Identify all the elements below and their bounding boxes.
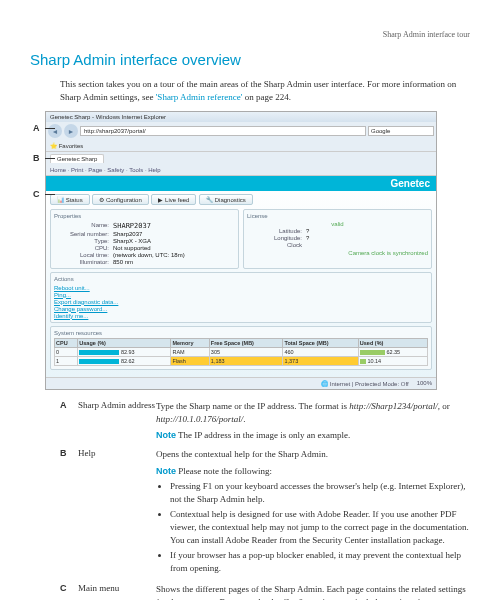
menu-status[interactable]: 📊 Status bbox=[50, 194, 90, 205]
resources-header: System resources bbox=[54, 330, 428, 336]
address-input[interactable]: http://sharp2037/portal/ bbox=[80, 126, 366, 136]
legend-b-letter: B bbox=[60, 448, 78, 577]
callout-c: C bbox=[33, 189, 40, 199]
license-header: License bbox=[247, 213, 428, 219]
legend-b-term: Help bbox=[78, 448, 156, 577]
page-title: Sharp Admin interface overview bbox=[30, 51, 470, 68]
intro-link[interactable]: 'Sharp Admin reference' bbox=[156, 92, 243, 102]
callout-b: B bbox=[33, 153, 40, 163]
back-icon[interactable]: ◄ bbox=[48, 124, 62, 138]
callout-a: A bbox=[33, 123, 40, 133]
browser-window: Genetec Sharp - Windows Internet Explore… bbox=[45, 111, 437, 390]
legend-a-desc: Type the Sharp name or the IP address. T… bbox=[156, 400, 470, 442]
favorites-bar: ⭐ Favorites bbox=[46, 140, 436, 152]
resources-panel: System resources CPUUsage (%)MemoryFree … bbox=[50, 326, 432, 370]
search-input[interactable]: Google bbox=[368, 126, 434, 136]
legend-a-term: Sharp Admin address bbox=[78, 400, 156, 442]
menu-live[interactable]: ▶ Live feed bbox=[151, 194, 196, 205]
tour-label: Sharp Admin interface tour bbox=[60, 30, 470, 39]
action-ping[interactable]: Ping... bbox=[54, 291, 428, 298]
legend: A Sharp Admin address Type the Sharp nam… bbox=[60, 400, 470, 600]
genetec-logo: Genetec bbox=[46, 176, 436, 191]
actions-header: Actions bbox=[54, 276, 428, 282]
zoom-level[interactable]: 100% bbox=[417, 380, 432, 387]
action-identify[interactable]: Identify me... bbox=[54, 312, 428, 319]
app-content: Genetec 📊 Status ⚙ Configuration ▶ Live … bbox=[46, 176, 436, 377]
action-password[interactable]: Change password... bbox=[54, 305, 428, 312]
legend-c-desc: Shows the different pages of the Sharp A… bbox=[156, 583, 470, 600]
resources-table: CPUUsage (%)MemoryFree Space (MB)Total S… bbox=[54, 338, 428, 366]
browser-statusbar: 🌐 Internet | Protected Mode: Off 100% bbox=[46, 377, 436, 389]
window-title: Genetec Sharp - Windows Internet Explore… bbox=[46, 112, 436, 122]
intro-text: This section takes you on a tour of the … bbox=[60, 78, 470, 103]
legend-c-term: Main menu bbox=[78, 583, 156, 600]
menu-config[interactable]: ⚙ Configuration bbox=[92, 194, 148, 205]
clock-sync: Camera clock is synchronized bbox=[247, 248, 428, 256]
address-bar: ◄ ► http://sharp2037/portal/ Google bbox=[46, 122, 436, 140]
forward-icon[interactable]: ► bbox=[64, 124, 78, 138]
legend-c-letter: C bbox=[60, 583, 78, 600]
license-panel: License valid Latitude:? Longitude:? Clo… bbox=[243, 209, 432, 269]
browser-toolbar: Home · Print · Page · Safety · Tools · H… bbox=[46, 165, 436, 176]
main-menu: 📊 Status ⚙ Configuration ▶ Live feed 🔧 D… bbox=[50, 194, 432, 205]
legend-b-desc: Opens the contextual help for the Sharp … bbox=[156, 448, 470, 577]
menu-diag[interactable]: 🔧 Diagnostics bbox=[199, 194, 253, 205]
properties-header: Properties bbox=[54, 213, 235, 219]
actions-panel: Actions Reboot unit... Ping... Export di… bbox=[50, 272, 432, 323]
screenshot-container: A B C Genetec Sharp - Windows Internet E… bbox=[45, 111, 470, 390]
legend-a-letter: A bbox=[60, 400, 78, 442]
tab-bar: Genetec Sharp bbox=[46, 152, 436, 165]
tab-genetec[interactable]: Genetec Sharp bbox=[50, 154, 104, 163]
security-zone: 🌐 Internet | Protected Mode: Off bbox=[321, 380, 409, 387]
action-export[interactable]: Export diagnostic data... bbox=[54, 298, 428, 305]
action-reboot[interactable]: Reboot unit... bbox=[54, 284, 428, 291]
properties-panel: Properties Name:SHARP2037 Serial number:… bbox=[50, 209, 239, 269]
